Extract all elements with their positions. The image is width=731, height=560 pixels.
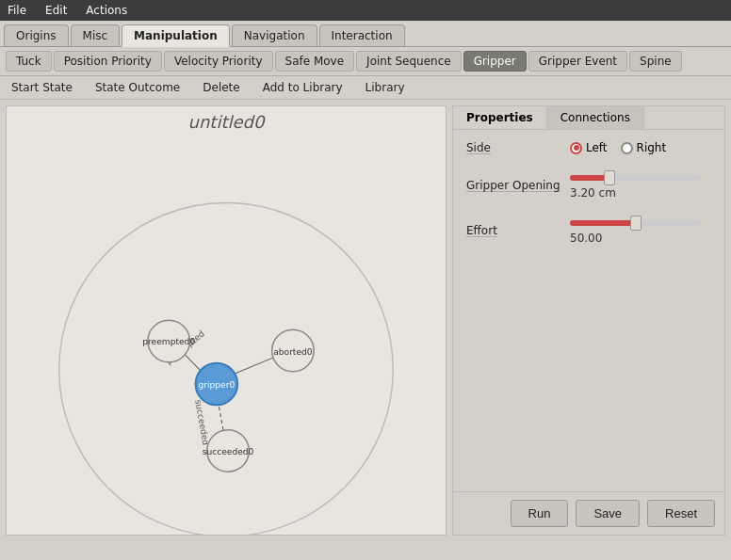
graph-svg: preempted succeeded preempted0 aborted0 …	[7, 132, 446, 536]
gripper-slider-track[interactable]	[570, 175, 702, 181]
effort-label: Effort	[466, 224, 570, 237]
side-row: Side Left Right	[466, 141, 711, 154]
side-radio-group: Left Right	[570, 141, 711, 154]
radio-right[interactable]: Right	[621, 141, 667, 154]
tab-gripper[interactable]: Gripper	[463, 51, 527, 72]
subtool-start-state[interactable]: Start State	[8, 79, 76, 96]
svg-text:succeeded0: succeeded0	[203, 447, 254, 456]
svg-text:preempted0: preempted0	[142, 337, 195, 346]
gripper-controls: 3.20 cm	[570, 171, 711, 200]
svg-text:succeeded: succeeded	[193, 399, 210, 446]
save-button[interactable]: Save	[576, 500, 640, 527]
tab-origins[interactable]: Origins	[4, 24, 69, 46]
svg-text:gripper0: gripper0	[198, 380, 235, 390]
tab-tuck[interactable]: Tuck	[6, 51, 52, 72]
graph-title: untitled0	[7, 112, 446, 132]
gripper-label: Gripper Opening	[466, 179, 570, 192]
tab-gripper-event[interactable]: Gripper Event	[528, 51, 627, 72]
gripper-slider-container: 3.20 cm	[570, 171, 711, 200]
gripper-row: Gripper Opening 3.20 cm	[466, 171, 711, 200]
effort-row: Effort 50.00	[466, 216, 711, 245]
tab-navigation[interactable]: Navigation	[232, 24, 317, 46]
tab-manipulation[interactable]: Manipulation	[122, 24, 230, 47]
radio-left-circle[interactable]	[570, 142, 582, 154]
prop-tab-connections[interactable]: Connections	[547, 106, 644, 129]
tab-joint-sequence[interactable]: Joint Sequence	[356, 51, 462, 72]
tab-velocity-priority[interactable]: Velocity Priority	[164, 51, 273, 72]
gripper-value: 3.20 cm	[570, 186, 711, 200]
menu-file[interactable]: File	[4, 4, 30, 17]
gripper-slider-thumb[interactable]	[604, 170, 615, 185]
bottom-buttons: Run Save Reset	[453, 491, 724, 535]
subtool-add-to-library[interactable]: Add to Library	[259, 79, 347, 96]
radio-right-label: Right	[637, 141, 667, 154]
graph-area[interactable]: untitled0 preempted succeeded preempted0	[6, 105, 447, 536]
tab-position-priority[interactable]: Position Priority	[54, 51, 162, 72]
menubar: File Edit Actions	[0, 0, 731, 21]
menu-actions[interactable]: Actions	[82, 4, 131, 17]
tab-spine[interactable]: Spine	[629, 51, 682, 72]
side-controls: Left Right	[570, 141, 711, 154]
radio-left[interactable]: Left	[570, 141, 608, 154]
effort-controls: 50.00	[570, 216, 711, 245]
radio-left-label: Left	[586, 141, 608, 154]
tab-misc[interactable]: Misc	[71, 24, 121, 46]
menu-edit[interactable]: Edit	[41, 4, 71, 17]
tabs-row2: Tuck Position Priority Velocity Priority…	[0, 47, 731, 76]
tab-safe-move[interactable]: Safe Move	[275, 51, 355, 72]
effort-slider-track[interactable]	[570, 220, 702, 226]
effort-slider-thumb[interactable]	[630, 216, 642, 231]
side-label: Side	[466, 141, 570, 154]
subtool-library[interactable]: Library	[362, 79, 409, 96]
tab-interaction[interactable]: Interaction	[319, 24, 405, 46]
prop-tabs: Properties Connections	[453, 106, 724, 130]
reset-button[interactable]: Reset	[647, 500, 715, 527]
effort-value: 50.00	[570, 232, 711, 245]
effort-slider-container: 50.00	[570, 216, 711, 245]
properties-panel: Properties Connections Side Left Right	[452, 105, 725, 536]
subtool-delete[interactable]: Delete	[199, 79, 243, 96]
tabs-row1: Origins Misc Manipulation Navigation Int…	[0, 21, 731, 47]
svg-text:aborted0: aborted0	[273, 347, 313, 357]
prop-tab-properties[interactable]: Properties	[453, 106, 547, 129]
radio-right-circle[interactable]	[621, 142, 633, 154]
prop-content: Side Left Right Grip	[453, 130, 724, 491]
run-button[interactable]: Run	[511, 500, 569, 527]
subtoolbar: Start State State Outcome Delete Add to …	[0, 76, 731, 100]
subtool-state-outcome[interactable]: State Outcome	[91, 79, 184, 96]
main-content: untitled0 preempted succeeded preempted0	[0, 100, 731, 541]
